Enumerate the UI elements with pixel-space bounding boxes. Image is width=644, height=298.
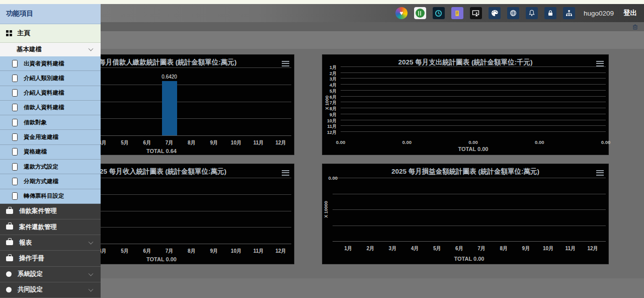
sidebar-subitem-label: 出資者資料建檔 (24, 60, 64, 67)
sidebar-module-item[interactable]: 案件還款管理 (0, 219, 101, 235)
briefcase-icon (6, 256, 13, 261)
lock-icon[interactable] (544, 7, 556, 19)
axis-month-label: 6月 (449, 245, 469, 252)
axis-scale-label: X 1000 (325, 96, 330, 110)
logout-button[interactable]: 登出 (623, 9, 637, 18)
grid-icon (6, 30, 12, 36)
sidebar-subitem[interactable]: 介紹人資料建檔 (0, 86, 101, 101)
palette-logo-icon[interactable]: ♥ (395, 7, 408, 19)
palette-icon[interactable] (489, 7, 501, 19)
document-icon (12, 192, 18, 200)
axis-month-label: 12月 (323, 129, 337, 136)
axis-month-label: 6月 (137, 139, 157, 146)
sidebar-group-label: 基本建檔 (17, 45, 42, 54)
briefcase-icon (6, 240, 13, 245)
sidebar-module-item[interactable]: 報表 (0, 235, 101, 251)
clock-app-icon[interactable] (433, 7, 445, 19)
axis-month-label: 8月 (494, 245, 514, 252)
sidebar-subitem[interactable]: 借款人資料建檔 (0, 101, 101, 115)
gridline (341, 120, 606, 120)
sidebar-subitem[interactable]: 借款對象 (0, 115, 101, 130)
scroll-app-icon[interactable] (451, 7, 463, 19)
sidebar-subitem-label: 分期方式建檔 (24, 178, 58, 185)
sidebar: 功能項目 主頁 基本建檔 出資者資料建檔介紹人類別建檔介紹人資料建檔借款人資料建… (0, 4, 101, 298)
sidebar-subitem-label: 介紹人類別建檔 (24, 74, 64, 82)
sidebar-module-label: 操作手冊 (19, 254, 44, 263)
sidebar-title-label: 功能項目 (6, 9, 33, 18)
sidebar-subitem[interactable]: 轉傳票科目設定 (0, 189, 101, 204)
sidebar-module-item[interactable]: 借款案件管理 (0, 204, 101, 219)
bank-logo-icon[interactable] (414, 7, 426, 19)
sidebar-group-basic-setup[interactable]: 基本建檔 (0, 43, 101, 56)
sidebar-subitem-label: 轉傳票科目設定 (24, 192, 64, 200)
sidebar-module-label: 案件還款管理 (19, 223, 57, 232)
axis-month-label: 4月 (405, 245, 425, 252)
document-icon (12, 133, 18, 141)
trash-icon[interactable] (631, 23, 639, 31)
chart-total-label: TOTAL 0.64 (121, 148, 202, 154)
gridline (333, 209, 606, 210)
sidebar-subitems: 出資者資料建檔介紹人類別建檔介紹人資料建檔借款人資料建檔借款對象資金用途建檔資格… (0, 56, 101, 204)
axis-month-label: 1月 (338, 245, 358, 252)
chart-menu-icon[interactable] (282, 169, 289, 177)
sidebar-module-item[interactable]: 操作手冊 (0, 251, 101, 266)
sidebar-subitem[interactable]: 分期方式建檔 (0, 174, 101, 189)
topbar-icons: ♥ (395, 7, 575, 19)
globe-icon[interactable] (507, 7, 519, 19)
axis-month-label: 11月 (249, 139, 269, 146)
axis-month-label: 7月 (471, 245, 492, 252)
bell-icon[interactable] (526, 7, 538, 19)
sidebar-item-home[interactable]: 主頁 (0, 24, 101, 43)
axis-month-label: 3月 (382, 245, 403, 252)
axis-month-label: 5月 (115, 139, 135, 146)
sidebar-subitem[interactable]: 出資者資料建檔 (0, 56, 101, 71)
top-cream-strip (0, 0, 644, 4)
sidebar-subitem-label: 借款對象 (24, 119, 47, 126)
axis-month-label: 10月 (538, 245, 558, 252)
axis-month-label: 12月 (271, 139, 291, 146)
chart-panel-4: 2025 每月損益金額統計圖表 (統計金額單位:萬元)1月2月3月4月5月6月7… (322, 164, 609, 264)
axis-month-label: 10月 (226, 139, 246, 146)
gridline (333, 241, 606, 242)
document-icon (12, 60, 18, 67)
gridline (333, 194, 606, 194)
axis-month-label: 9月 (516, 245, 536, 252)
sidebar-subitem[interactable]: 資金用途建檔 (0, 130, 101, 144)
chevron-down-icon (89, 287, 94, 292)
document-icon (12, 148, 18, 156)
sidebar-home-label: 主頁 (17, 29, 30, 38)
sidebar-subitem-label: 還款方式設定 (24, 163, 58, 171)
sidebar-subitem-label: 資金用途建檔 (24, 133, 58, 141)
gridline (341, 90, 606, 91)
axis-month-label: 8月 (182, 139, 202, 146)
chart-menu-icon[interactable] (596, 169, 604, 177)
gridline (341, 78, 606, 79)
sidebar-subitem[interactable]: 還款方式設定 (0, 160, 101, 174)
gridline (341, 72, 606, 73)
presentation-app-icon[interactable] (470, 7, 482, 19)
axis-month-label: 11月 (249, 248, 269, 255)
sidebar-subitem[interactable]: 資格建檔 (0, 145, 101, 160)
circle-icon (6, 287, 12, 292)
axis-month-label: 7月 (159, 139, 180, 146)
axis-month-label: 6月 (137, 248, 157, 255)
document-icon (12, 104, 18, 111)
sidebar-module-item[interactable]: 系統設定 (0, 267, 101, 282)
sidebar-module-item[interactable]: 共同設定 (0, 282, 101, 298)
chart-menu-icon[interactable] (282, 59, 289, 67)
sidebar-module-label: 系統設定 (18, 270, 43, 278)
sidebar-subitem-label: 借款人資料建檔 (24, 104, 64, 111)
gridline (341, 131, 606, 132)
sidebar-module-label: 報表 (19, 239, 32, 247)
gridline (341, 108, 606, 108)
gridline (341, 102, 606, 102)
chart-title: 2025 每月損益金額統計圖表 (統計金額單位:萬元) (323, 167, 608, 176)
sidebar-module-label: 共同設定 (18, 285, 43, 294)
gridline (333, 178, 606, 178)
sidebar-module-label: 借款案件管理 (19, 207, 57, 215)
briefcase-icon (6, 209, 13, 214)
sidebar-subitem[interactable]: 介紹人類別建檔 (0, 71, 101, 86)
gridline (341, 114, 606, 114)
sitemap-icon[interactable] (563, 7, 575, 19)
document-icon (12, 89, 18, 97)
